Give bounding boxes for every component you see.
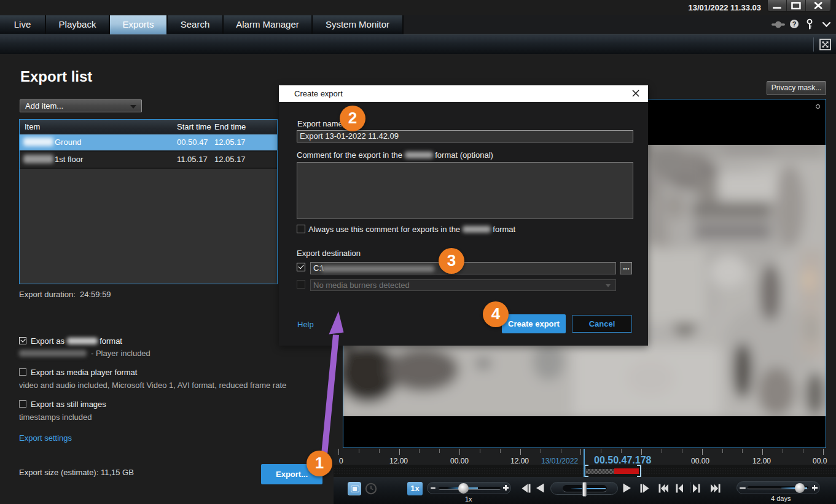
svg-text:?: ? (792, 20, 797, 28)
